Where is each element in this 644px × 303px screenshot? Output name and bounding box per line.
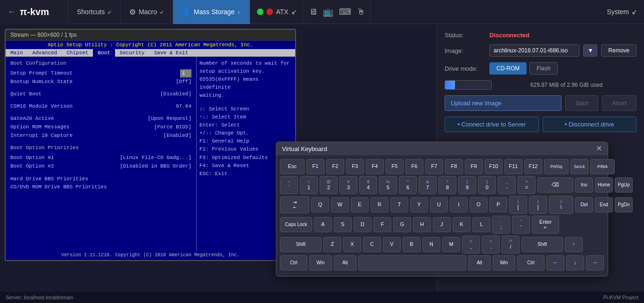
key-f3[interactable]: F3 [346,159,364,174]
key-win-right[interactable]: Win [493,255,515,270]
key-7[interactable]: &7 [419,176,437,194]
key-c[interactable]: C [363,237,381,252]
key-scrlk[interactable]: ScrLk [570,159,588,174]
key-q[interactable]: Q [311,197,329,212]
key-backspace[interactable]: ⌫ [537,177,573,193]
key-ctrl-right[interactable]: Ctrl [517,255,545,270]
key-enter[interactable]: Enter↵ [532,216,559,234]
key-m[interactable]: M [442,237,460,252]
key-shift-right[interactable]: Shift [521,237,563,252]
key-8[interactable]: *8 [438,176,456,194]
key-tab[interactable]: ⇥⇤ [280,196,309,213]
key-0[interactable]: )0 [478,176,496,194]
key-o[interactable]: O [470,197,487,212]
key-6[interactable]: ^6 [399,176,417,194]
key-2[interactable]: @2 [320,176,338,194]
key-end[interactable]: End [595,197,613,212]
key-v[interactable]: V [383,237,401,252]
bios-tab-main[interactable]: Main [6,49,27,57]
stream-window[interactable]: Stream — 800×600 / 1 fps Aptio Setup Uti… [5,29,296,261]
key-w[interactable]: W [331,197,349,212]
macro-button[interactable]: ⚙ Macro ↙ [121,0,173,24]
bios-boot2-label[interactable]: Boot Option #2 [10,162,54,170]
bios-cddvd-label[interactable]: CD/DVD ROM Drive BBS Priorities [10,183,191,191]
key-f4[interactable]: F4 [366,159,384,174]
key-3[interactable]: #3 [339,176,357,194]
key-arrow-right[interactable]: → [586,255,604,270]
key-u[interactable]: U [430,197,448,212]
key-semicolon[interactable]: :; [492,216,510,234]
bios-tab-chipset[interactable]: Chipset [62,49,93,57]
bios-gatea20-label[interactable]: GateA20 Active [10,115,54,123]
bios-tab-boot[interactable]: Boot [93,49,115,57]
mass-storage-button[interactable]: 👤 Mass Storage ↙ [173,0,250,24]
key-rbracket[interactable]: }] [529,196,547,214]
bios-numlock-label[interactable]: Bootup NumLock State [10,78,73,86]
shortcuts-button[interactable]: Shortcuts ↙ [68,0,121,24]
key-1[interactable]: !1 [300,176,318,194]
key-del[interactable]: Del [575,197,593,212]
bios-interrupt-label[interactable]: Interrupt 19 Capture [10,132,73,140]
key-p[interactable]: P [489,197,507,212]
key-e[interactable]: E [351,197,369,212]
key-d[interactable]: D [354,217,372,232]
bios-tab-advanced[interactable]: Advanced [27,49,62,57]
key-a[interactable]: A [314,217,332,232]
back-button[interactable]: ← [8,7,16,17]
start-button[interactable]: Start [565,95,598,111]
key-g[interactable]: G [393,217,411,232]
bios-setup-prompt-label[interactable]: Setup Prompt Timeout [10,69,73,77]
key-f7[interactable]: F7 [425,159,443,174]
bios-setup-prompt-val[interactable]: 1 [180,69,191,77]
key-y[interactable]: Y [410,197,428,212]
key-prtsc[interactable]: Prt/Sq [544,159,569,174]
key-pgdn[interactable]: PgDn [615,197,633,212]
key-z[interactable]: Z [323,237,341,252]
key-t[interactable]: T [390,197,408,212]
image-select-arrow[interactable]: ▼ [583,44,597,57]
display-icon[interactable]: 📺 [323,7,333,17]
key-tilde[interactable]: ~` [280,176,298,194]
key-f[interactable]: F [373,217,391,232]
key-shift-left[interactable]: Shift [280,237,322,252]
key-f9[interactable]: F9 [465,159,483,174]
atx-button[interactable]: ATX ↙ [250,0,304,24]
key-j[interactable]: J [433,217,451,232]
key-l[interactable]: L [472,217,490,232]
abort-button[interactable]: Abort [602,95,636,111]
bios-hdd-label[interactable]: Hard Drive BBS Priorities [10,175,191,183]
monitor-icon[interactable]: 🖥 [309,7,317,17]
key-space[interactable] [358,255,466,270]
bios-quiet-label[interactable]: Quiet Boot [10,90,41,98]
cdrom-button[interactable]: CD-ROM [489,62,527,75]
key-win-left[interactable]: Win [309,255,332,270]
keyboard-close-button[interactable]: ✕ [596,145,602,152]
mouse-icon[interactable]: 🖱 [357,7,365,17]
keyboard-icon[interactable]: ⌨ [339,7,351,17]
key-s[interactable]: S [334,217,352,232]
image-select[interactable]: archlinux-2018.07.01-i686.iso [489,44,579,57]
key-f5[interactable]: F5 [386,159,404,174]
key-5[interactable]: %5 [379,176,397,194]
key-f8[interactable]: F8 [445,159,463,174]
bios-tab-security[interactable]: Security [115,49,149,57]
key-ins[interactable]: Ins [575,177,593,193]
key-equals[interactable]: += [518,176,536,194]
key-n[interactable]: N [422,237,440,252]
key-lbracket[interactable]: {[ [509,196,527,214]
bios-tab-save-exit[interactable]: Save & Exit [149,49,193,57]
key-alt-right[interactable]: Alt [468,255,491,270]
key-ctrl-left[interactable]: Ctrl [280,255,307,270]
key-arrow-down[interactable]: ↓ [566,255,584,270]
key-h[interactable]: H [413,217,431,232]
key-f11[interactable]: F11 [504,159,522,174]
upload-button[interactable]: Upload new image [445,95,561,111]
key-f1[interactable]: F1 [306,159,324,174]
key-4[interactable]: $4 [359,176,377,194]
key-r[interactable]: R [371,197,388,212]
key-home[interactable]: Home [595,177,613,193]
key-esc[interactable]: Esc [280,159,305,174]
key-capslock[interactable]: Caps Lock [280,217,312,232]
key-f2[interactable]: F2 [326,159,344,174]
key-f10[interactable]: F10 [485,159,503,174]
